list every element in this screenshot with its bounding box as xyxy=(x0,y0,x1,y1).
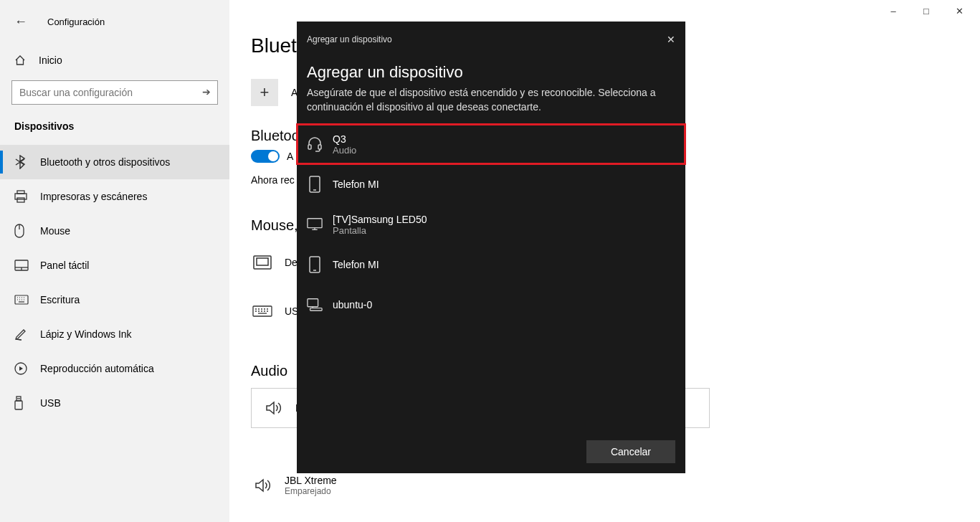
svg-rect-37 xyxy=(308,145,311,149)
autoplay-icon xyxy=(14,362,27,375)
bluetooth-icon xyxy=(14,155,27,169)
touchpad-icon xyxy=(251,255,274,270)
svg-rect-20 xyxy=(15,401,22,409)
toggle-state-label: A xyxy=(287,151,293,162)
modal-device-name: Q3 xyxy=(333,133,356,145)
keyboard-icon xyxy=(251,305,274,317)
svg-rect-24 xyxy=(257,258,268,265)
svg-rect-41 xyxy=(308,219,322,228)
sidebar-item-label: Panel táctil xyxy=(40,260,89,271)
svg-rect-46 xyxy=(308,299,318,307)
modal-device-sub: Pantalla xyxy=(333,225,427,236)
add-device-button[interactable]: + xyxy=(251,79,278,106)
phone-icon xyxy=(307,256,323,273)
sidebar-item-pen[interactable]: Lápiz y Windows Ink xyxy=(0,317,229,351)
sidebar-item-bluetooth[interactable]: Bluetooth y otros dispositivos xyxy=(0,145,229,179)
sidebar-item-label: Reproducción automática xyxy=(40,363,154,374)
add-device-modal: Agregar un dispositivo ✕ Agregar un disp… xyxy=(297,22,685,473)
modal-device-name: [TV]Samsung LED50 xyxy=(333,214,427,225)
window-title: Configuración xyxy=(47,16,105,27)
monitor-icon xyxy=(307,217,323,232)
mouse-icon xyxy=(14,224,27,238)
phone-icon xyxy=(307,176,323,193)
sidebar-item-printer[interactable]: Impresoras y escáneres xyxy=(0,179,229,214)
back-icon[interactable]: ← xyxy=(14,14,27,29)
modal-device-item[interactable]: Telefon MI xyxy=(297,164,685,204)
modal-device-item[interactable]: ubuntu-0 xyxy=(297,285,685,325)
modal-device-item[interactable]: Telefon MI xyxy=(297,245,685,285)
modal-device-name: Telefon MI xyxy=(333,259,379,270)
keyboard-icon xyxy=(14,295,27,305)
bluetooth-toggle[interactable] xyxy=(251,150,280,163)
home-icon xyxy=(14,54,26,66)
modal-device-item[interactable]: Q3Audio xyxy=(297,124,685,164)
svg-rect-47 xyxy=(310,308,323,311)
device-name: De xyxy=(285,257,298,268)
cancel-button[interactable]: Cancelar xyxy=(586,440,675,463)
computer-icon xyxy=(307,298,323,312)
sidebar-item-label: Bluetooth y otros dispositivos xyxy=(40,156,170,168)
printer-icon xyxy=(14,190,27,203)
sidebar-item-usb[interactable]: USB xyxy=(0,386,229,420)
modal-device-name: ubuntu-0 xyxy=(333,299,372,310)
device-name: JBL Xtreme xyxy=(285,475,337,486)
modal-device-sub: Audio xyxy=(333,145,356,156)
svg-rect-38 xyxy=(318,145,321,149)
svg-rect-2 xyxy=(17,198,24,202)
modal-header-title: Agregar un dispositivo xyxy=(307,34,392,44)
window-controls: – □ ✕ xyxy=(877,0,976,22)
sidebar-item-mouse[interactable]: Mouse xyxy=(0,214,229,248)
home-button[interactable]: Inicio xyxy=(0,46,229,75)
close-button[interactable]: ✕ xyxy=(943,0,976,22)
sidebar-item-label: Escritura xyxy=(40,294,80,305)
search-icon: ➔ xyxy=(202,86,211,98)
sidebar-item-label: Impresoras y escáneres xyxy=(40,191,147,202)
sidebar-item-label: Lápiz y Windows Ink xyxy=(40,328,132,340)
sidebar-item-label: USB xyxy=(40,397,61,409)
svg-rect-19 xyxy=(16,397,21,401)
sidebar-item-keyboard[interactable]: Escritura xyxy=(0,283,229,317)
modal-subtitle: Asegúrate de que el dispositivo está enc… xyxy=(297,86,685,124)
modal-close-button[interactable]: ✕ xyxy=(667,34,675,45)
device-status: Emparejado xyxy=(285,486,337,496)
modal-device-list: Q3AudioTelefon MI[TV]Samsung LED50Pantal… xyxy=(297,124,685,325)
minimize-button[interactable]: – xyxy=(877,0,910,22)
pen-icon xyxy=(14,328,27,341)
sidebar-nav: Bluetooth y otros dispositivosImpresoras… xyxy=(0,145,229,420)
usb-icon xyxy=(14,396,27,410)
sidebar-section-label: Dispositivos xyxy=(0,105,229,136)
touchpad-icon xyxy=(14,260,27,271)
modal-device-item[interactable]: [TV]Samsung LED50Pantalla xyxy=(297,204,685,245)
search-input[interactable] xyxy=(11,80,218,105)
speaker-icon xyxy=(262,399,285,417)
sidebar: ← Configuración Inicio ➔ Dispositivos Bl… xyxy=(0,0,229,522)
modal-title: Agregar un dispositivo xyxy=(297,50,685,86)
maximize-button[interactable]: □ xyxy=(910,0,943,22)
home-label: Inicio xyxy=(39,54,62,66)
sidebar-item-touchpad[interactable]: Panel táctil xyxy=(0,248,229,283)
sidebar-item-label: Mouse xyxy=(40,225,70,237)
modal-device-name: Telefon MI xyxy=(333,179,379,190)
headset-icon xyxy=(307,136,323,152)
sidebar-item-autoplay[interactable]: Reproducción automática xyxy=(0,351,229,386)
speaker-icon xyxy=(251,477,274,494)
